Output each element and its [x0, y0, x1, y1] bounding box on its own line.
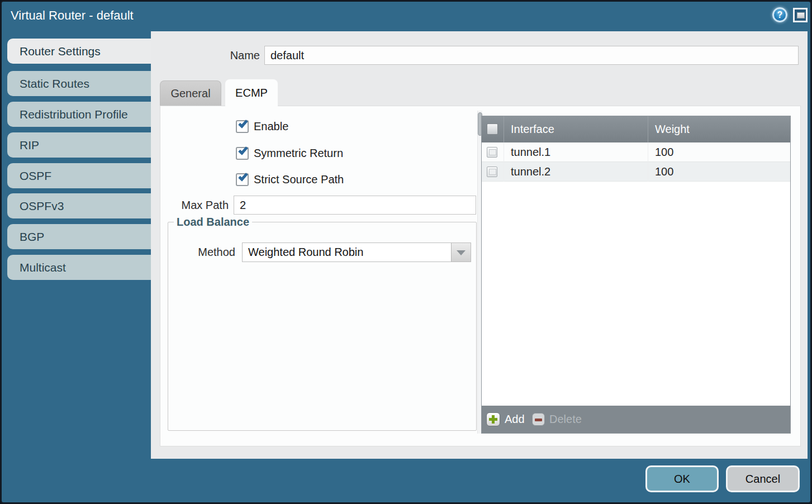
weight-cell: 100 — [648, 142, 791, 162]
sidebar-item-label: Static Routes — [20, 77, 89, 90]
cancel-button[interactable]: Cancel — [726, 465, 800, 492]
max-path-label: Max Path — [160, 196, 229, 215]
sidebar-item-ospfv3[interactable]: OSPFv3 — [7, 193, 151, 218]
check-icon — [238, 145, 248, 155]
row-checkbox[interactable] — [487, 147, 497, 158]
sidebar-item-ospf[interactable]: OSPF — [7, 163, 151, 188]
sidebar-item-label: Multicast — [20, 261, 66, 274]
sidebar-item-router-settings[interactable]: Router Settings — [7, 39, 151, 64]
minus-icon — [532, 413, 545, 426]
sidebar-item-label: OSPFv3 — [20, 199, 64, 212]
add-button[interactable]: Add — [486, 406, 525, 433]
chevron-down-icon[interactable] — [451, 243, 471, 261]
table-footer: Add Delete — [482, 406, 790, 433]
restore-window-icon[interactable] — [793, 8, 808, 22]
sidebar-item-bgp[interactable]: BGP — [7, 224, 151, 249]
interface-column-header: Interface — [504, 116, 648, 142]
sidebar-item-static-routes[interactable]: Static Routes — [7, 71, 151, 96]
table-row[interactable]: tunnel.1 100 — [482, 142, 790, 162]
sidebar-item-label: OSPF — [20, 169, 51, 182]
interface-cell: tunnel.1 — [504, 142, 648, 162]
symmetric-return-label: Symmetric Return — [254, 147, 343, 160]
max-path-input[interactable] — [234, 196, 476, 215]
table-row[interactable]: tunnel.2 100 — [482, 162, 790, 182]
ecmp-tab-content: Enable Symmetric Return Strict Source Pa… — [160, 106, 801, 446]
dialog-title: Virtual Router - default — [11, 2, 134, 30]
symmetric-return-checkbox[interactable] — [236, 147, 249, 160]
sidebar-item-rip[interactable]: RIP — [7, 132, 151, 158]
enable-label: Enable — [254, 120, 288, 133]
add-button-label: Add — [505, 413, 525, 426]
name-label: Name — [192, 46, 260, 65]
titlebar: Virtual Router - default ? — [2, 2, 810, 30]
enable-checkbox[interactable] — [236, 120, 249, 133]
row-checkbox[interactable] — [487, 167, 497, 177]
check-icon — [238, 118, 248, 129]
tab-general[interactable]: General — [160, 80, 221, 106]
select-all-checkbox[interactable] — [487, 123, 498, 135]
sidebar-item-label: RIP — [20, 139, 39, 151]
plus-icon — [486, 412, 500, 426]
load-balance-legend: Load Balance — [174, 216, 252, 229]
strict-source-path-label: Strict Source Path — [254, 173, 344, 186]
tab-ecmp[interactable]: ECMP — [225, 79, 278, 106]
method-dropdown-value: Weighted Round Robin — [248, 243, 363, 261]
delete-button[interactable]: Delete — [532, 406, 582, 433]
interface-cell: tunnel.2 — [504, 162, 648, 182]
name-input[interactable] — [264, 46, 799, 65]
sidebar-item-label: BGP — [20, 230, 44, 243]
header-checkbox-cell — [482, 116, 504, 142]
method-label: Method — [171, 243, 235, 262]
virtual-router-dialog: Virtual Router - default ? Router Settin… — [0, 0, 812, 504]
check-icon — [238, 172, 248, 182]
sidebar-item-label: Redistribution Profile — [20, 108, 128, 121]
delete-button-label: Delete — [549, 413, 582, 426]
sidebar-item-label: Router Settings — [20, 45, 101, 58]
weight-cell: 100 — [648, 162, 791, 182]
ok-button[interactable]: OK — [645, 465, 719, 492]
interface-table: Interface Weight tunnel.1 100 tunnel.2 1… — [481, 116, 791, 434]
strict-source-path-checkbox[interactable] — [236, 173, 249, 186]
method-dropdown[interactable]: Weighted Round Robin — [242, 243, 471, 262]
sidebar-item-multicast[interactable]: Multicast — [7, 255, 151, 280]
sidebar-item-redistribution-profile[interactable]: Redistribution Profile — [7, 102, 151, 127]
help-icon[interactable]: ? — [772, 7, 787, 22]
table-header: Interface Weight — [482, 116, 790, 142]
load-balance-group: Load Balance Method Weighted Round Robin — [168, 216, 477, 431]
weight-column-header: Weight — [648, 116, 791, 142]
